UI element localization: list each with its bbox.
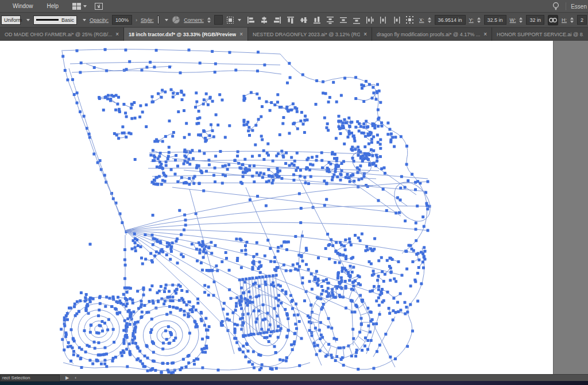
anchor-point[interactable] xyxy=(309,163,312,165)
anchor-point[interactable] xyxy=(252,283,255,286)
anchor-point[interactable] xyxy=(110,94,113,97)
anchor-point[interactable] xyxy=(351,157,354,160)
anchor-point[interactable] xyxy=(214,180,216,183)
anchor-point[interactable] xyxy=(160,249,163,252)
anchor-point[interactable] xyxy=(345,255,347,257)
anchor-point[interactable] xyxy=(384,273,386,276)
anchor-point[interactable] xyxy=(167,369,169,372)
anchor-point[interactable] xyxy=(187,315,189,318)
anchor-point[interactable] xyxy=(227,163,230,166)
anchor-point[interactable] xyxy=(311,156,314,159)
anchor-point[interactable] xyxy=(331,291,334,294)
anchor-point[interactable] xyxy=(345,269,347,272)
anchor-point[interactable] xyxy=(124,264,127,267)
anchor-point[interactable] xyxy=(238,302,241,305)
anchor-point[interactable] xyxy=(165,338,168,341)
anchor-point[interactable] xyxy=(326,126,328,129)
anchor-point[interactable] xyxy=(151,101,154,103)
anchor-point[interactable] xyxy=(273,307,276,310)
anchor-point[interactable] xyxy=(277,294,280,297)
anchor-point[interactable] xyxy=(150,318,153,321)
anchor-point[interactable] xyxy=(79,110,82,113)
anchor-point[interactable] xyxy=(427,229,430,232)
anchor-point[interactable] xyxy=(285,356,288,359)
anchor-point[interactable] xyxy=(251,363,254,365)
anchor-point[interactable] xyxy=(217,369,220,372)
anchor-point[interactable] xyxy=(69,360,72,363)
anchor-point[interactable] xyxy=(131,302,134,305)
anchor-point[interactable] xyxy=(253,180,256,183)
anchor-point[interactable] xyxy=(235,238,238,241)
anchor-point[interactable] xyxy=(183,313,186,316)
anchor-point[interactable] xyxy=(149,288,152,291)
anchor-point[interactable] xyxy=(327,287,330,290)
anchor-point[interactable] xyxy=(241,249,243,252)
anchor-point[interactable] xyxy=(140,245,142,248)
anchor-point[interactable] xyxy=(282,155,285,157)
anchor-point[interactable] xyxy=(248,164,251,167)
anchor-point[interactable] xyxy=(233,159,236,162)
anchor-point[interactable] xyxy=(260,328,263,331)
anchor-point[interactable] xyxy=(167,157,169,160)
anchor-point[interactable] xyxy=(226,318,229,321)
anchor-point[interactable] xyxy=(285,241,288,244)
anchor-point[interactable] xyxy=(369,310,372,313)
anchor-point[interactable] xyxy=(343,118,346,121)
anchor-point[interactable] xyxy=(168,342,171,345)
anchor-point[interactable] xyxy=(348,133,351,136)
anchor-point[interactable] xyxy=(123,319,126,322)
anchor-point[interactable] xyxy=(192,157,195,160)
anchor-point[interactable] xyxy=(115,94,118,97)
anchor-point[interactable] xyxy=(285,248,288,251)
anchor-point[interactable] xyxy=(153,159,156,162)
anchor-point[interactable] xyxy=(338,120,341,123)
anchor-point[interactable] xyxy=(224,136,227,139)
anchor-point[interactable] xyxy=(243,119,246,122)
anchor-point[interactable] xyxy=(349,241,351,244)
anchor-point[interactable] xyxy=(137,357,140,360)
anchor-point[interactable] xyxy=(151,234,154,237)
anchor-point[interactable] xyxy=(375,98,378,101)
anchor-point[interactable] xyxy=(420,282,423,285)
anchor-point[interactable] xyxy=(123,248,126,251)
anchor-point[interactable] xyxy=(335,160,338,163)
anchor-point[interactable] xyxy=(165,253,168,256)
anchor-point[interactable] xyxy=(334,170,337,173)
anchor-point[interactable] xyxy=(380,167,383,170)
anchor-point[interactable] xyxy=(276,93,279,96)
anchor-point[interactable] xyxy=(339,282,342,284)
anchor-point[interactable] xyxy=(195,309,198,311)
anchor-point[interactable] xyxy=(60,328,63,330)
anchor-point[interactable] xyxy=(388,307,390,310)
anchor-point[interactable] xyxy=(159,152,162,155)
anchor-point[interactable] xyxy=(180,308,183,311)
anchor-point[interactable] xyxy=(212,294,215,297)
workspace-switcher-icon[interactable] xyxy=(72,3,87,10)
anchor-point[interactable] xyxy=(160,371,163,374)
anchor-point[interactable] xyxy=(354,76,357,79)
anchor-point[interactable] xyxy=(262,303,265,306)
style-swatch[interactable] xyxy=(157,16,160,24)
anchor-point[interactable] xyxy=(330,238,332,241)
anchor-point[interactable] xyxy=(164,287,167,290)
anchor-point[interactable] xyxy=(336,175,339,178)
anchor-point[interactable] xyxy=(250,333,253,336)
anchor-point[interactable] xyxy=(348,125,351,128)
anchor-point[interactable] xyxy=(149,61,152,64)
close-icon[interactable]: × xyxy=(483,31,487,37)
anchor-point[interactable] xyxy=(224,174,227,177)
vector-path[interactable] xyxy=(361,330,369,333)
anchor-point[interactable] xyxy=(381,288,384,291)
anchor-point[interactable] xyxy=(83,115,86,118)
vector-path[interactable] xyxy=(153,151,176,157)
anchor-point[interactable] xyxy=(293,164,296,167)
anchor-point[interactable] xyxy=(299,221,302,224)
anchor-point[interactable] xyxy=(73,305,76,308)
anchor-point[interactable] xyxy=(251,155,254,158)
anchor-point[interactable] xyxy=(326,122,329,125)
distribute-right-icon[interactable] xyxy=(391,15,401,25)
anchor-point[interactable] xyxy=(258,97,261,100)
vector-path[interactable] xyxy=(125,222,428,230)
anchor-point[interactable] xyxy=(315,155,318,158)
anchor-point[interactable] xyxy=(130,107,133,110)
